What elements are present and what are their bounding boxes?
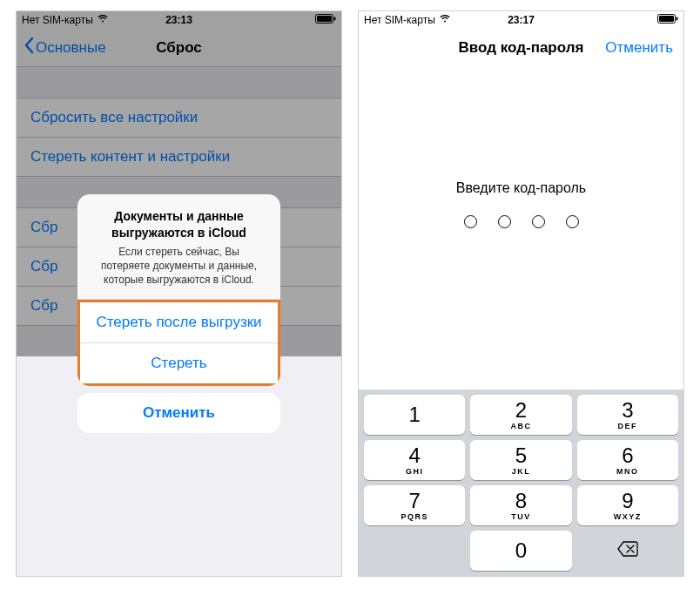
pin-dots xyxy=(359,215,683,228)
status-time: 23:17 xyxy=(508,14,535,26)
battery-icon xyxy=(315,14,336,26)
svg-rect-4 xyxy=(659,16,674,22)
wifi-icon xyxy=(439,14,451,26)
key-3[interactable]: 3DEF xyxy=(577,395,678,435)
alert-sheet: Документы и данные выгружаются в iCloud … xyxy=(77,194,280,433)
key-1[interactable]: 1 xyxy=(364,395,465,435)
erase-button[interactable]: Стереть xyxy=(80,343,278,383)
key-8[interactable]: 8TUV xyxy=(470,485,571,525)
nav-bar: Основные Сброс xyxy=(17,29,341,67)
status-bar: Нет SIM-карты 23:17 xyxy=(359,11,683,29)
key-delete[interactable] xyxy=(577,531,678,571)
key-9[interactable]: 9WXYZ xyxy=(577,485,678,525)
numeric-keypad: 1 2ABC 3DEF 4GHI 5JKL 6MNO 7PQRS 8TUV 9W… xyxy=(359,389,683,576)
chevron-left-icon xyxy=(24,37,34,58)
key-0[interactable]: 0 xyxy=(470,531,571,571)
cancel-button[interactable]: Отменить xyxy=(77,393,280,433)
cancel-button[interactable]: Отменить xyxy=(605,39,673,57)
key-5[interactable]: 5JKL xyxy=(470,440,571,480)
erase-after-upload-button[interactable]: Стереть после выгрузки xyxy=(80,302,278,343)
key-blank xyxy=(364,531,465,571)
status-time: 23:13 xyxy=(165,14,192,26)
key-6[interactable]: 6MNO xyxy=(577,440,678,480)
status-bar: Нет SIM-карты 23:13 xyxy=(17,11,341,29)
phone-screen-reset: Нет SIM-карты 23:13 Основные Сброс Сброс… xyxy=(16,10,342,577)
pin-dot xyxy=(464,215,477,228)
key-7[interactable]: 7PQRS xyxy=(364,485,465,525)
nav-title: Сброс xyxy=(156,39,202,57)
battery-icon xyxy=(657,14,678,26)
svg-rect-2 xyxy=(334,17,336,21)
nav-bar: Ввод код-пароля Отменить xyxy=(359,29,683,67)
pin-dot xyxy=(566,215,579,228)
alert-message: Если стереть сейчас, Вы потеряете докуме… xyxy=(95,245,263,288)
key-4[interactable]: 4GHI xyxy=(364,440,465,480)
passcode-prompt: Введите код-пароль xyxy=(359,180,683,196)
back-label: Основные xyxy=(36,39,106,57)
pin-dot xyxy=(532,215,545,228)
wifi-icon xyxy=(97,14,109,26)
backspace-icon xyxy=(617,541,638,560)
key-2[interactable]: 2ABC xyxy=(470,395,571,435)
nav-title: Ввод код-пароля xyxy=(459,39,584,57)
svg-rect-5 xyxy=(676,17,678,21)
erase-content-item[interactable]: Стереть контент и настройки xyxy=(17,138,341,176)
reset-all-settings-item[interactable]: Сбросить все настройки xyxy=(17,98,341,138)
alert-title: Документы и данные выгружаются в iCloud xyxy=(95,208,263,241)
back-button[interactable]: Основные xyxy=(24,37,106,58)
pin-dot xyxy=(498,215,511,228)
carrier-label: Нет SIM-карты xyxy=(364,14,435,26)
carrier-label: Нет SIM-карты xyxy=(22,14,93,26)
phone-screen-passcode: Нет SIM-карты 23:17 Ввод код-пароля Отме… xyxy=(358,10,684,577)
svg-rect-1 xyxy=(317,16,332,22)
